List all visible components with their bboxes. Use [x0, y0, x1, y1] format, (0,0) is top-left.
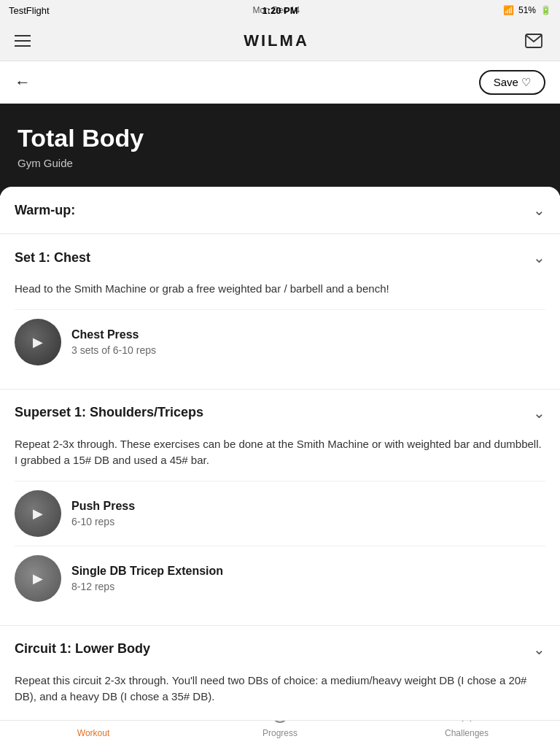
tab-challenges-label: Challenges — [445, 728, 489, 738]
section-superset1-header[interactable]: Superset 1: Shoulders/Triceps ⌄ — [0, 390, 560, 436]
section-chest-title: Set 1: Chest — [15, 250, 90, 266]
status-bar: TestFlight 1:20 PM Mon Dec 14 📶 51% 🔋 — [0, 0, 560, 20]
save-button[interactable]: Save ♡ — [479, 70, 545, 95]
chevron-lowerbody-icon: ⌄ — [533, 640, 545, 658]
chevron-superset1-icon: ⌄ — [533, 404, 545, 422]
chevron-warmup-icon: ⌄ — [533, 201, 545, 219]
push-press-reps: 6-10 reps — [71, 516, 135, 527]
tab-progress-label: Progress — [262, 728, 298, 738]
hamburger-menu-icon[interactable] — [15, 31, 31, 50]
section-chest: Set 1: Chest ⌄ Head to the Smith Machine… — [0, 234, 560, 390]
hero-subtitle: Gym Guide — [18, 157, 542, 169]
nav-bar: WILMA — [0, 20, 560, 61]
section-superset1-title: Superset 1: Shoulders/Triceps — [15, 405, 203, 420]
push-press-thumb — [15, 490, 61, 537]
push-press-info: Push Press 6-10 reps — [71, 500, 135, 527]
status-bar-time: 1:20 PM — [262, 5, 298, 16]
exercise-item-tricep-ext[interactable]: Single DB Tricep Extension 8-12 reps — [15, 546, 545, 611]
status-bar-left: TestFlight — [9, 5, 50, 16]
exercise-item-push-press[interactable]: Push Press 6-10 reps — [15, 481, 545, 546]
tricep-ext-name: Single DB Tricep Extension — [71, 565, 223, 578]
tab-workout-label: Workout — [77, 728, 109, 738]
status-bar-right: 📶 51% 🔋 — [503, 5, 551, 15]
tricep-ext-thumb — [15, 555, 61, 602]
section-lowerbody-title: Circuit 1: Lower Body — [15, 641, 150, 657]
battery-icon: 🔋 — [540, 5, 551, 15]
section-lowerbody-description: Repeat this circuit 2-3x through. You'll… — [15, 673, 545, 705]
chest-press-reps: 3 sets of 6-10 reps — [71, 344, 156, 356]
section-superset1: Superset 1: Shoulders/Triceps ⌄ Repeat 2… — [0, 390, 560, 626]
back-button[interactable]: ← — [15, 73, 31, 92]
section-warmup: Warm-up: ⌄ — [0, 187, 560, 234]
section-lowerbody-header[interactable]: Circuit 1: Lower Body ⌄ — [0, 626, 560, 673]
hero-section: Total Body Gym Guide — [0, 104, 560, 196]
mail-icon[interactable] — [522, 29, 545, 53]
chest-press-thumb — [15, 319, 61, 365]
section-lowerbody: Circuit 1: Lower Body ⌄ Repeat this circ… — [0, 626, 560, 721]
chest-press-name: Chest Press — [71, 328, 156, 341]
section-superset1-description: Repeat 2-3x through. These exercises can… — [15, 436, 545, 469]
push-press-name: Push Press — [71, 500, 135, 513]
hero-title: Total Body — [18, 124, 542, 152]
tricep-ext-reps: 8-12 reps — [71, 581, 223, 592]
section-chest-description: Head to the Smith Machine or grab a free… — [15, 281, 545, 298]
section-warmup-header[interactable]: Warm-up: ⌄ — [0, 187, 560, 233]
chevron-chest-icon: ⌄ — [533, 249, 545, 266]
section-chest-header[interactable]: Set 1: Chest ⌄ — [0, 234, 560, 281]
wifi-icon: 📶 — [503, 5, 514, 15]
chest-press-info: Chest Press 3 sets of 6-10 reps — [71, 328, 156, 356]
section-warmup-title: Warm-up: — [15, 203, 75, 218]
content-area: Warm-up: ⌄ Set 1: Chest ⌄ Head to the Sm… — [0, 187, 560, 721]
tricep-ext-info: Single DB Tricep Extension 8-12 reps — [71, 565, 223, 592]
app-name: TestFlight — [9, 5, 50, 16]
battery-status: 51% — [518, 5, 536, 15]
section-superset1-body: Repeat 2-3x through. These exercises can… — [0, 436, 560, 625]
exercise-item-chest-press[interactable]: Chest Press 3 sets of 6-10 reps — [15, 309, 545, 374]
section-chest-body: Head to the Smith Machine or grab a free… — [0, 281, 560, 389]
app-logo: WILMA — [31, 31, 522, 50]
section-lowerbody-body: Repeat this circuit 2-3x through. You'll… — [0, 673, 560, 720]
secondary-header: ← Save ♡ — [0, 61, 560, 104]
